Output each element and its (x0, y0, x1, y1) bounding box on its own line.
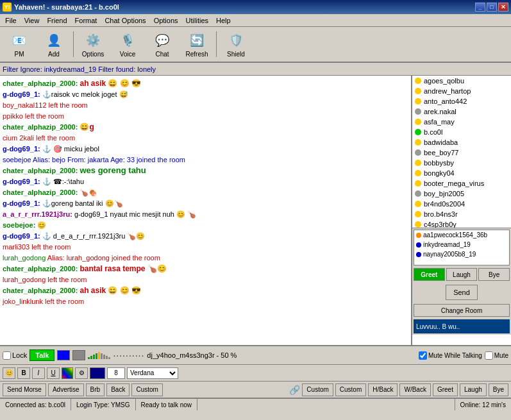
mute-while-talking[interactable]: Mute While Talking (419, 351, 482, 360)
lock-checkbox[interactable]: Lock (3, 351, 27, 360)
lock-check[interactable] (3, 351, 11, 360)
chat-button[interactable]: 💬 Chat (146, 29, 179, 60)
user-status-dot (415, 211, 421, 217)
right-mini-user-item[interactable]: aa1pwecock1564_36b (414, 230, 509, 240)
menu-bar: File View Friend Format Chat Options Opt… (0, 14, 511, 27)
menu-utilities[interactable]: Utilities (182, 15, 212, 26)
color-swatch-1[interactable] (57, 350, 70, 360)
chat-message: lurah_godong left the room (3, 274, 408, 285)
user-list-item[interactable]: bobbysby (412, 158, 511, 168)
shield-label: Shield (227, 51, 245, 58)
user-list-item[interactable]: bee_boy77 (412, 147, 511, 158)
custom3-button[interactable]: Custom (335, 383, 366, 396)
user-list-item[interactable]: br4nd0s2004 (412, 199, 511, 209)
user-list-item[interactable]: arek.nakal (412, 106, 511, 117)
user-list-item[interactable]: agoes_qolbu (412, 76, 511, 86)
options-button[interactable]: ⚙️ Options (76, 29, 110, 60)
refresh-button[interactable]: 🔄 Refresh (180, 29, 214, 60)
mute-check[interactable] (485, 351, 493, 360)
close-button[interactable]: ✕ (498, 3, 508, 12)
greet-right-button[interactable]: Greet (414, 268, 445, 281)
refresh-icon: 🔄 (188, 31, 206, 49)
w-back-button[interactable]: W/Back (399, 383, 430, 396)
bg-color-box[interactable] (90, 367, 105, 379)
user-list-item[interactable]: boy_bjn2005 (412, 189, 511, 199)
right-mini-user-item[interactable]: inkydreamad_19 (414, 240, 509, 249)
mute-while-talking-check[interactable] (419, 351, 427, 360)
add-button[interactable]: 👤 Add (37, 29, 71, 60)
underline-button[interactable]: U (47, 367, 60, 379)
back-button[interactable]: Back (106, 383, 130, 396)
status-login-type: Login Type: YMSG (71, 399, 136, 410)
refresh-label: Refresh (185, 51, 208, 58)
status-ready: Ready to talk now (136, 399, 198, 410)
custom1-button[interactable]: Custom (131, 383, 162, 396)
menu-file[interactable]: File (1, 15, 21, 26)
chat-message: a_a_r_r_rrr.1921j3ru: g-dog69_1 nyaut mi… (3, 209, 408, 219)
voice-button[interactable]: 🎙️ Voice (111, 29, 144, 60)
laugh-right-button[interactable]: Laugh (446, 268, 478, 281)
menu-format[interactable]: Format (71, 15, 101, 26)
user-list-item[interactable]: booter_mega_virus (412, 178, 511, 189)
user-list-item[interactable]: bongky04 (412, 168, 511, 178)
bye-right-button[interactable]: Bye (478, 268, 510, 281)
custom2-button[interactable]: Custom (302, 383, 333, 396)
pm-button[interactable]: 📧 PM (3, 29, 36, 60)
username: bro.b4ns3r (424, 210, 458, 218)
username: bee_boy77 (424, 149, 458, 156)
brb-button[interactable]: Brb (86, 383, 105, 396)
send-button[interactable]: Send (446, 285, 478, 300)
talk-button[interactable]: Talk (29, 349, 54, 361)
user-list-item[interactable]: bro.b4ns3r (412, 209, 511, 219)
chat-area[interactable]: chater_alphazip_2000: ah asik 😄 😊 😎g-dog… (0, 76, 412, 345)
menu-options[interactable]: Options (150, 15, 182, 26)
h-back-button[interactable]: H/Back (368, 383, 398, 396)
menu-friend[interactable]: Friend (43, 15, 71, 26)
user-status-dot (415, 119, 421, 125)
chat-message: soebejoe Alias: bejo From: jakarta Age: … (3, 155, 408, 165)
window-title: Yahaven! - surabaya:21 - b.co0l (14, 3, 119, 11)
greet-button[interactable]: Greet (433, 383, 458, 396)
smiley-button[interactable]: 😊 (3, 367, 15, 379)
user-list-item[interactable]: b.co0l (412, 127, 511, 137)
menu-chat-options[interactable]: Chat Options (101, 15, 149, 26)
shield-button[interactable]: 🛡️ Shield (219, 29, 253, 60)
menu-help[interactable]: Help (212, 15, 235, 26)
maximize-button[interactable]: □ (487, 3, 497, 12)
font-select[interactable]: Verdana Arial Times New Roman (127, 367, 178, 379)
bye-button[interactable]: Bye (489, 383, 508, 396)
user-status-dot (415, 190, 421, 197)
laugh-button[interactable]: Laugh (460, 383, 487, 396)
action-row: Send Morse Advertise Brb Back Custom 🔗 C… (0, 381, 511, 398)
lock-label: Lock (12, 351, 27, 359)
chat-message: chater_alphazip_2000: ah asik 😄 😊 😎 (3, 285, 408, 296)
right-mini-user-item[interactable]: naynay2005b8_19 (414, 249, 509, 259)
user-list-item[interactable]: anto_anto442 (412, 96, 511, 106)
username: boy_bjn2005 (424, 190, 464, 197)
input-box-container[interactable]: Luvvuu.. B wu.. (414, 319, 510, 333)
format-options-button[interactable]: ⚙ (75, 367, 88, 379)
user-list-item[interactable]: badwidaba (412, 137, 511, 147)
user-status-dot (415, 139, 421, 146)
chat-message: g-dog69_1: ⚓goreng bantal iki 😊🍗 (3, 198, 408, 208)
options-label: Options (82, 51, 104, 58)
mute-label[interactable]: Mute (485, 351, 508, 360)
user-list-item[interactable]: andrew_hartop (412, 86, 511, 96)
minimize-button[interactable]: _ (475, 3, 485, 12)
menu-view[interactable]: View (21, 15, 44, 26)
color-swatch-2[interactable] (72, 350, 85, 360)
advertise-button[interactable]: Advertise (48, 383, 84, 396)
toolbar-separator-1 (73, 31, 74, 57)
italic-button[interactable]: I (32, 367, 45, 379)
bold-button[interactable]: B (17, 367, 30, 379)
change-room-button[interactable]: Change Room (414, 304, 510, 317)
username: br4nd0s2004 (424, 200, 465, 208)
user-status-dot (415, 170, 421, 176)
chat-message: chater_alphazip_2000: wes goreng tahu (3, 165, 408, 176)
send-morse-button[interactable]: Send Morse (3, 383, 46, 396)
username: booter_mega_virus (424, 180, 484, 187)
volume-bars (88, 351, 110, 359)
user-list-item[interactable]: asfa_may (412, 117, 511, 127)
font-color-box[interactable] (62, 367, 73, 379)
font-size-input[interactable]: 8 (107, 367, 125, 379)
